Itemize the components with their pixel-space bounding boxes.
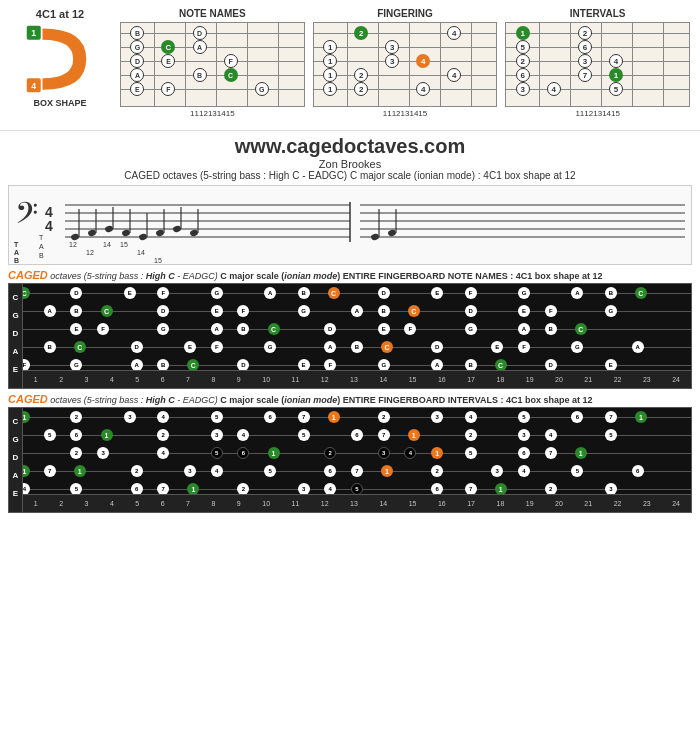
svg-text:𝄢: 𝄢: [15, 197, 38, 237]
fb1-title: CAGED octaves (5-string bass : High C - …: [8, 269, 692, 281]
intervals-diagram: INTERVALS 1 2 5 6 2 3 4 6: [505, 8, 690, 118]
svg-text:T: T: [14, 241, 19, 248]
svg-text:1: 1: [31, 28, 36, 38]
notation-section: 𝄢 4 4 T A B 12: [8, 185, 692, 265]
website-url: www.cagedoctaves.com: [0, 135, 700, 158]
diagrams-container: NOTE NAMES C B D: [120, 8, 690, 118]
box-shape-label: BOX SHAPE: [33, 98, 86, 108]
fingerboard-intervals-section: CAGED octaves (5-string bass : High C - …: [8, 393, 692, 513]
caged-label-1: CAGED: [8, 269, 48, 281]
fingering-diagram: FINGERING 2 4 1 3 1 3 4 1: [313, 8, 498, 118]
note-names-fret-numbers: 1112131415: [188, 109, 237, 118]
box-shape-title: 4C1 at 12: [36, 8, 84, 20]
svg-point-29: [172, 225, 181, 233]
c-shape-icon: 1 4: [25, 24, 95, 94]
fb1-grid: C G D A E C D E F G: [8, 283, 692, 389]
caged-label-2: CAGED: [8, 393, 48, 405]
svg-text:4: 4: [45, 218, 53, 234]
fingering-fret-numbers: 1112131415: [381, 109, 430, 118]
fingerboard-notes-section: CAGED octaves (5-string bass : High C - …: [8, 269, 692, 389]
intervals-fret-numbers: 1112131415: [573, 109, 622, 118]
fb2-title: CAGED octaves (5-string bass : High C - …: [8, 393, 692, 405]
website-section: www.cagedoctaves.com Zon Brookes CAGED o…: [0, 130, 700, 183]
note-names-title: NOTE NAMES: [179, 8, 246, 19]
description-text: CAGED octaves (5-string bass : High C - …: [0, 170, 700, 181]
fingering-title: FINGERING: [377, 8, 433, 19]
box-shape-container: 4C1 at 12 1 4 BOX SHAPE: [10, 8, 110, 108]
author-name: Zon Brookes: [0, 158, 700, 170]
svg-text:B: B: [14, 257, 19, 263]
svg-text:A: A: [14, 249, 19, 256]
intervals-title: INTERVALS: [570, 8, 626, 19]
svg-point-21: [104, 225, 113, 233]
note-names-diagram: NOTE NAMES C B D: [120, 8, 305, 118]
top-section: 4C1 at 12 1 4 BOX SHAPE NOTE NAMES: [0, 0, 700, 130]
fb2-grid: C G D A E 1 2 3 4 5 6 7 1 2 3 4 5: [8, 407, 692, 513]
svg-text:4: 4: [31, 81, 36, 91]
